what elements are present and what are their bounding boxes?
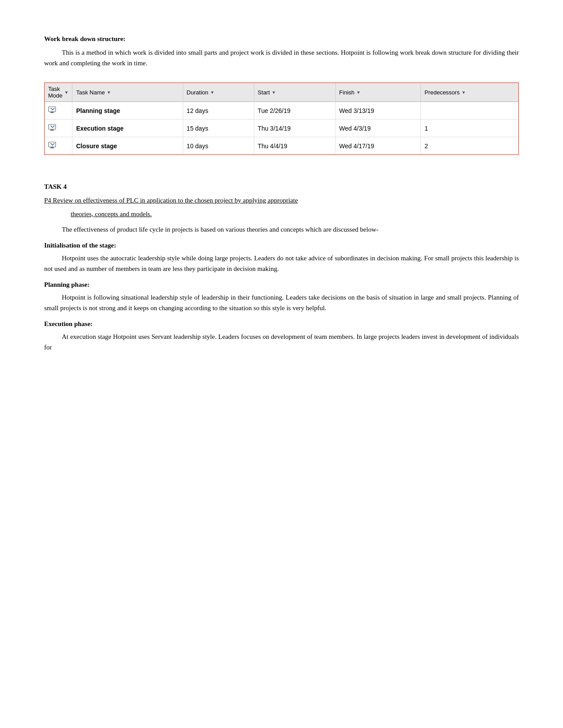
svg-rect-5 [50,130,54,131]
col-duration-label: Duration [187,89,208,96]
task-mode-cell-3 [45,137,72,155]
wbs-section: Work break down structure: This is a met… [44,35,519,170]
svg-rect-1 [51,112,53,113]
duration-cell-2: 15 days [183,120,254,137]
col-predecessors: Predecessors ▼ [421,83,518,102]
gantt-table-wrapper: TaskMode ▼ Task Name ▼ D [44,83,519,155]
task-mode-cell-2 [45,120,72,137]
initialisation-text: Hotpoint uses the autocratic leadership … [44,253,519,274]
start-cell-2: Thu 3/14/19 [254,120,336,137]
task-name-cell-2: Execution stage [72,120,183,137]
task-mode-icon-2 [48,124,58,131]
col-task-name-label: Task Name [76,89,105,96]
task-name-cell-3: Closure stage [72,137,183,155]
col-finish-label: Finish [339,89,355,96]
execution-phase-heading: Execution phase: [44,320,519,328]
task-name-1: Planning stage [76,107,120,114]
start-cell-1: Tue 2/26/19 [254,102,336,120]
gantt-table: TaskMode ▼ Task Name ▼ D [45,83,518,154]
col-task-name: Task Name ▼ [72,83,183,102]
col-task-mode: TaskMode ▼ [45,83,72,102]
svg-rect-7 [51,147,53,148]
col-finish: Finish ▼ [336,83,421,102]
task-mode-icon-3 [48,142,58,149]
task-name-cell-1: Planning stage [72,102,183,120]
col-start: Start ▼ [254,83,336,102]
task-mode-cell-1 [45,102,72,120]
start-cell-3: Thu 4/4/19 [254,137,336,155]
duration-cell-1: 12 days [183,102,254,120]
table-row: Execution stage 15 days Thu 3/14/19 Wed … [45,120,518,137]
col-start-label: Start [258,89,270,96]
p4-line1: P4 Review on effectiveness of PLC in app… [44,197,519,204]
initialisation-heading: Initialisation of the stage: [44,242,519,249]
task-name-sort-icon[interactable]: ▼ [106,90,111,95]
task4-title: TASK 4 [44,183,519,191]
p4-line2: theories, concepts and models. [71,210,519,218]
col-predecessors-label: Predecessors [424,89,459,96]
task-name-2: Execution stage [76,125,123,132]
gantt-table-header: TaskMode ▼ Task Name ▼ D [45,83,518,102]
page-content: Work break down structure: This is a met… [44,35,519,353]
svg-rect-2 [50,113,54,113]
predecessors-sort-icon[interactable]: ▼ [461,90,466,95]
finish-cell-1: Wed 3/13/19 [336,102,421,120]
duration-sort-icon[interactable]: ▼ [210,90,215,95]
task4-intro: The effectiveness of product life cycle … [44,224,519,235]
table-row: Closure stage 10 days Thu 4/4/19 Wed 4/1… [45,137,518,155]
predecessors-cell-3: 2 [421,137,518,155]
task4-section: TASK 4 P4 Review on effectiveness of PLC… [44,183,519,353]
gantt-header-row: TaskMode ▼ Task Name ▼ D [45,83,518,102]
execution-phase-text: At execution stage Hotpoint uses Servant… [44,331,519,353]
finish-sort-icon[interactable]: ▼ [356,90,361,95]
duration-cell-3: 10 days [183,137,254,155]
task-mode-icon-1 [48,106,58,113]
finish-cell-2: Wed 4/3/19 [336,120,421,137]
predecessors-cell-1 [421,102,518,120]
table-row: Planning stage 12 days Tue 2/26/19 Wed 3… [45,102,518,120]
planning-phase-text: Hotpoint is following situational leader… [44,292,519,313]
planning-phase-heading: Planning phase: [44,281,519,289]
predecessors-cell-2: 1 [421,120,518,137]
task-name-3: Closure stage [76,143,117,150]
finish-cell-3: Wed 4/17/19 [336,137,421,155]
gantt-table-body: Planning stage 12 days Tue 2/26/19 Wed 3… [45,102,518,155]
col-duration: Duration ▼ [183,83,254,102]
wbs-heading: Work break down structure: [44,35,519,43]
start-sort-icon[interactable]: ▼ [272,90,276,95]
col-task-mode-label: TaskMode [48,86,63,99]
svg-rect-4 [51,129,53,130]
wbs-paragraph1: This is a method in which work is divide… [44,47,519,68]
task-mode-sort-icon[interactable]: ▼ [64,90,69,95]
svg-rect-8 [50,148,54,148]
